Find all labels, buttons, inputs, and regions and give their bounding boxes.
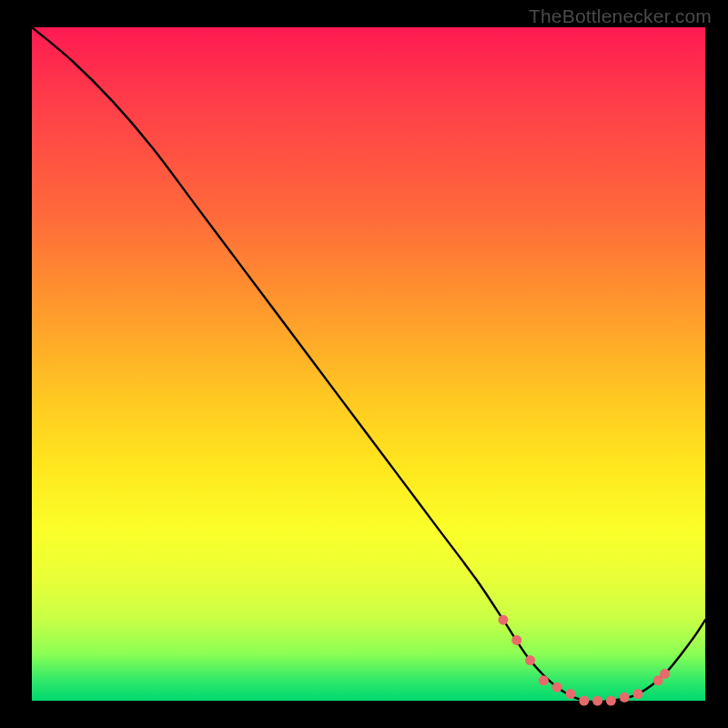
chart-stage: TheBottlenecker.com <box>0 0 728 728</box>
watermark-label: TheBottlenecker.com <box>529 5 712 27</box>
plot-area <box>32 27 705 701</box>
